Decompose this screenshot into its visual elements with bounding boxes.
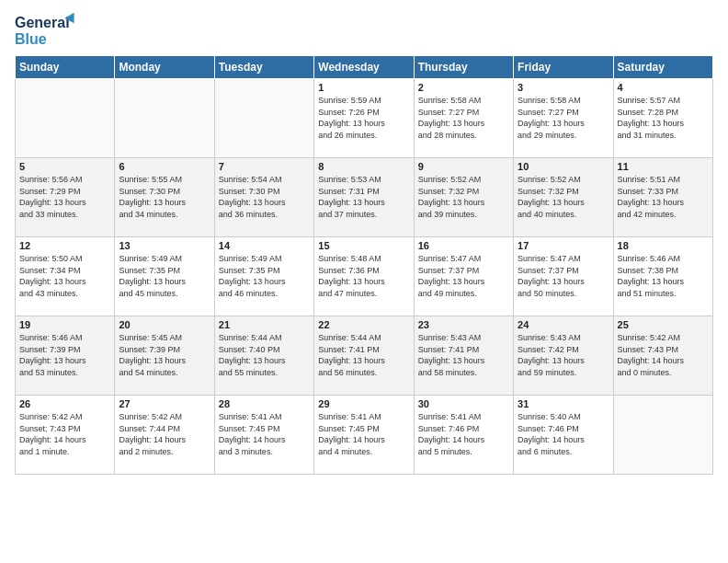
calendar-cell: 6Sunrise: 5:55 AMSunset: 7:30 PMDaylight… [115,158,214,237]
calendar-cell [613,396,712,475]
day-info: Sunrise: 5:49 AMSunset: 7:35 PMDaylight:… [219,253,310,299]
weekday-header-thursday: Thursday [414,56,513,79]
day-number: 8 [318,161,409,172]
day-info: Sunrise: 5:44 AMSunset: 7:40 PMDaylight:… [219,332,310,378]
day-info: Sunrise: 5:51 AMSunset: 7:33 PMDaylight:… [618,174,709,220]
day-info: Sunrise: 5:59 AMSunset: 7:26 PMDaylight:… [318,95,409,141]
calendar-cell: 5Sunrise: 5:56 AMSunset: 7:29 PMDaylight… [16,158,115,237]
main-container: GeneralBlue SundayMondayTuesdayWednesday… [0,0,728,482]
day-info: Sunrise: 5:54 AMSunset: 7:30 PMDaylight:… [219,174,310,220]
day-info: Sunrise: 5:52 AMSunset: 7:32 PMDaylight:… [418,174,509,220]
day-info: Sunrise: 5:45 AMSunset: 7:39 PMDaylight:… [119,332,210,378]
day-number: 2 [418,82,509,93]
calendar-cell: 11Sunrise: 5:51 AMSunset: 7:33 PMDayligh… [613,158,712,237]
calendar-cell: 24Sunrise: 5:43 AMSunset: 7:42 PMDayligh… [514,316,613,396]
calendar-cell: 18Sunrise: 5:46 AMSunset: 7:38 PMDayligh… [613,237,712,316]
day-info: Sunrise: 5:48 AMSunset: 7:36 PMDaylight:… [318,253,409,299]
day-number: 4 [618,82,709,93]
calendar-week-4: 19Sunrise: 5:46 AMSunset: 7:39 PMDayligh… [16,316,713,396]
day-number: 6 [119,161,210,172]
calendar-cell: 19Sunrise: 5:46 AMSunset: 7:39 PMDayligh… [16,316,115,396]
day-number: 5 [19,161,110,172]
day-info: Sunrise: 5:50 AMSunset: 7:34 PMDaylight:… [19,253,110,299]
calendar-cell [214,79,313,158]
calendar-cell: 22Sunrise: 5:44 AMSunset: 7:41 PMDayligh… [314,316,414,396]
calendar-cell [115,79,214,158]
day-number: 15 [318,240,409,251]
day-number: 19 [19,319,110,330]
header: GeneralBlue [15,11,713,50]
day-number: 7 [219,161,310,172]
logo-svg: GeneralBlue [15,11,88,50]
calendar-cell: 16Sunrise: 5:47 AMSunset: 7:37 PMDayligh… [414,237,513,316]
day-number: 23 [418,319,509,330]
day-number: 18 [618,240,709,251]
calendar-cell: 29Sunrise: 5:41 AMSunset: 7:45 PMDayligh… [314,396,414,475]
day-info: Sunrise: 5:41 AMSunset: 7:46 PMDaylight:… [418,411,509,457]
day-number: 25 [618,319,709,330]
calendar-cell: 3Sunrise: 5:58 AMSunset: 7:27 PMDaylight… [514,79,613,158]
weekday-header-tuesday: Tuesday [214,56,313,79]
calendar-cell: 8Sunrise: 5:53 AMSunset: 7:31 PMDaylight… [314,158,414,237]
weekday-header-sunday: Sunday [16,56,115,79]
day-number: 11 [618,161,709,172]
calendar-cell: 14Sunrise: 5:49 AMSunset: 7:35 PMDayligh… [214,237,313,316]
calendar-cell: 23Sunrise: 5:43 AMSunset: 7:41 PMDayligh… [414,316,513,396]
day-number: 1 [318,82,409,93]
day-number: 24 [518,319,609,330]
day-info: Sunrise: 5:44 AMSunset: 7:41 PMDaylight:… [318,332,409,378]
day-info: Sunrise: 5:42 AMSunset: 7:43 PMDaylight:… [19,411,110,457]
calendar-cell: 27Sunrise: 5:42 AMSunset: 7:44 PMDayligh… [115,396,214,475]
day-number: 29 [318,398,409,409]
day-number: 10 [518,161,609,172]
day-number: 16 [418,240,509,251]
day-number: 12 [19,240,110,251]
day-info: Sunrise: 5:42 AMSunset: 7:44 PMDaylight:… [119,411,210,457]
calendar-cell: 1Sunrise: 5:59 AMSunset: 7:26 PMDaylight… [314,79,414,158]
day-number: 27 [119,398,210,409]
day-number: 21 [219,319,310,330]
logo: GeneralBlue [15,11,88,50]
calendar-cell: 30Sunrise: 5:41 AMSunset: 7:46 PMDayligh… [414,396,513,475]
day-number: 22 [318,319,409,330]
day-info: Sunrise: 5:53 AMSunset: 7:31 PMDaylight:… [318,174,409,220]
day-number: 26 [19,398,110,409]
day-info: Sunrise: 5:47 AMSunset: 7:37 PMDaylight:… [518,253,609,299]
day-number: 17 [518,240,609,251]
day-number: 14 [219,240,310,251]
calendar-cell: 15Sunrise: 5:48 AMSunset: 7:36 PMDayligh… [314,237,414,316]
day-number: 31 [518,398,609,409]
calendar-cell: 26Sunrise: 5:42 AMSunset: 7:43 PMDayligh… [16,396,115,475]
calendar-cell: 17Sunrise: 5:47 AMSunset: 7:37 PMDayligh… [514,237,613,316]
weekday-header-monday: Monday [115,56,214,79]
calendar-table: SundayMondayTuesdayWednesdayThursdayFrid… [15,55,713,475]
day-info: Sunrise: 5:47 AMSunset: 7:37 PMDaylight:… [418,253,509,299]
day-info: Sunrise: 5:43 AMSunset: 7:41 PMDaylight:… [418,332,509,378]
day-info: Sunrise: 5:40 AMSunset: 7:46 PMDaylight:… [518,411,609,457]
day-info: Sunrise: 5:58 AMSunset: 7:27 PMDaylight:… [418,95,509,141]
calendar-cell: 10Sunrise: 5:52 AMSunset: 7:32 PMDayligh… [514,158,613,237]
calendar-cell: 21Sunrise: 5:44 AMSunset: 7:40 PMDayligh… [214,316,313,396]
calendar-cell: 12Sunrise: 5:50 AMSunset: 7:34 PMDayligh… [16,237,115,316]
svg-text:General: General [15,15,70,30]
weekday-header-row: SundayMondayTuesdayWednesdayThursdayFrid… [16,56,713,79]
calendar-cell: 13Sunrise: 5:49 AMSunset: 7:35 PMDayligh… [115,237,214,316]
calendar-week-1: 1Sunrise: 5:59 AMSunset: 7:26 PMDaylight… [16,79,713,158]
calendar-cell: 2Sunrise: 5:58 AMSunset: 7:27 PMDaylight… [414,79,513,158]
day-number: 3 [518,82,609,93]
calendar-cell: 28Sunrise: 5:41 AMSunset: 7:45 PMDayligh… [214,396,313,475]
calendar-cell: 31Sunrise: 5:40 AMSunset: 7:46 PMDayligh… [514,396,613,475]
calendar-cell: 7Sunrise: 5:54 AMSunset: 7:30 PMDaylight… [214,158,313,237]
day-number: 20 [119,319,210,330]
calendar-cell: 4Sunrise: 5:57 AMSunset: 7:28 PMDaylight… [613,79,712,158]
day-number: 9 [418,161,509,172]
day-info: Sunrise: 5:52 AMSunset: 7:32 PMDaylight:… [518,174,609,220]
calendar-week-5: 26Sunrise: 5:42 AMSunset: 7:43 PMDayligh… [16,396,713,475]
svg-text:Blue: Blue [15,31,47,47]
calendar-cell: 9Sunrise: 5:52 AMSunset: 7:32 PMDaylight… [414,158,513,237]
weekday-header-wednesday: Wednesday [314,56,414,79]
day-number: 13 [119,240,210,251]
calendar-week-3: 12Sunrise: 5:50 AMSunset: 7:34 PMDayligh… [16,237,713,316]
weekday-header-friday: Friday [514,56,613,79]
day-info: Sunrise: 5:49 AMSunset: 7:35 PMDaylight:… [119,253,210,299]
